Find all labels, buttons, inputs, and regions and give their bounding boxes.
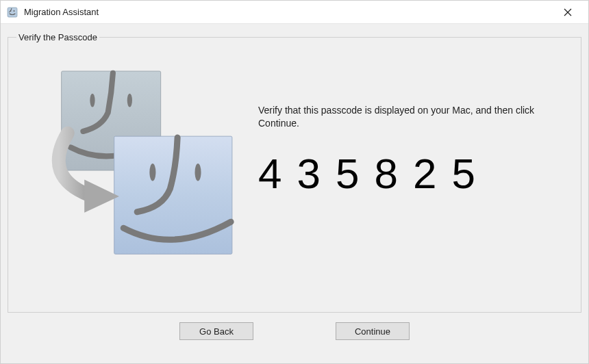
svg-point-6 — [90, 94, 95, 107]
svg-point-7 — [127, 94, 132, 107]
app-window: Migration Assistant Verify the Passcode — [0, 0, 589, 364]
window-title: Migration Assistant — [24, 7, 553, 17]
close-button[interactable] — [553, 2, 583, 23]
close-icon — [564, 8, 572, 16]
svg-point-9 — [149, 164, 155, 181]
verify-passcode-section: Verify the Passcode — [8, 32, 581, 313]
content-area: Verify the Passcode — [1, 24, 588, 363]
svg-rect-8 — [114, 136, 232, 254]
svg-point-10 — [195, 164, 201, 181]
text-column: Verify that this passcode is displayed o… — [258, 57, 560, 305]
content-inner: Verify that this passcode is displayed o… — [8, 42, 581, 312]
continue-button[interactable]: Continue — [336, 322, 410, 340]
svg-point-2 — [14, 10, 15, 12]
instruction-text: Verify that this passcode is displayed o… — [258, 104, 560, 130]
illustration — [46, 57, 245, 305]
passcode-value: 435825 — [258, 149, 560, 198]
button-row: Go Back Continue — [8, 313, 581, 351]
titlebar: Migration Assistant — [1, 1, 588, 24]
migration-assistant-app-icon — [6, 5, 20, 19]
section-title: Verify the Passcode — [16, 32, 99, 42]
migration-finder-faces-icon — [46, 57, 245, 283]
go-back-button[interactable]: Go Back — [179, 322, 253, 340]
